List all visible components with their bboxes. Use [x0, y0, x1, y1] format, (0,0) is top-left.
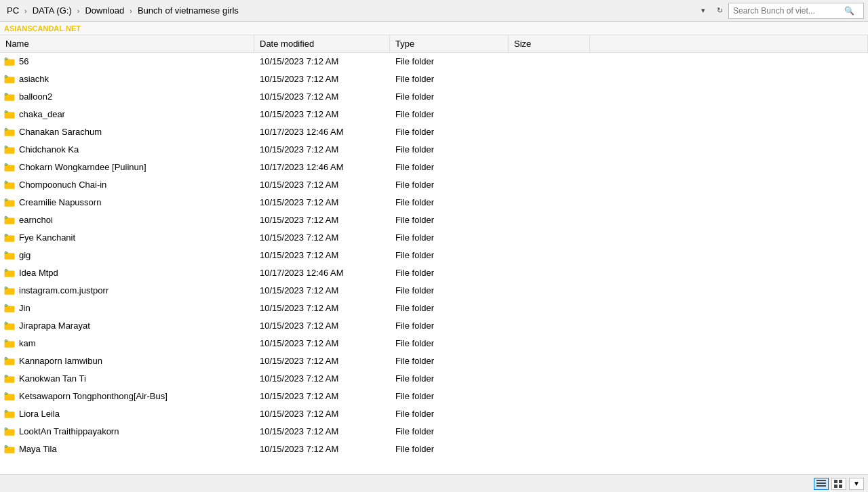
col-header-date[interactable]: Date modified: [254, 35, 390, 52]
large-icons-view-icon: [834, 480, 844, 488]
file-type: File folder: [390, 56, 509, 66]
table-row[interactable]: Idea Mtpd 10/17/2023 12:46 AM File folde…: [0, 264, 868, 282]
folder-icon: [4, 356, 15, 367]
svg-rect-27: [839, 480, 842, 483]
file-name: chaka_dear: [19, 109, 65, 119]
view-details-btn[interactable]: [814, 478, 829, 490]
file-type: File folder: [390, 303, 509, 313]
table-row[interactable]: balloon2 10/15/2023 7:12 AM File folder: [0, 88, 868, 106]
file-name-cell: Chokarn Wongkarndee [Puiinun]: [0, 162, 254, 173]
file-date: 10/15/2023 7:12 AM: [254, 74, 390, 84]
file-name: Fye Kanchanit: [19, 232, 75, 243]
file-date: 10/15/2023 7:12 AM: [254, 391, 390, 401]
file-name: asiachk: [19, 74, 49, 84]
file-name-cell: asiachk: [0, 74, 254, 85]
file-type: File folder: [390, 180, 509, 190]
file-date: 10/15/2023 7:12 AM: [254, 109, 390, 119]
file-name: Maya Tila: [19, 444, 57, 454]
svg-rect-29: [839, 485, 842, 488]
view-large-btn[interactable]: [831, 478, 846, 490]
file-name: Idea Mtpd: [19, 268, 58, 278]
file-list: 56 10/15/2023 7:12 AM File folder asiach…: [0, 53, 868, 474]
logo-text-net: NET: [66, 24, 81, 33]
table-row[interactable]: Maya Tila 10/15/2023 7:12 AM File folder: [0, 440, 868, 458]
table-row[interactable]: Kanokwan Tan Ti 10/15/2023 7:12 AM File …: [0, 370, 868, 388]
file-name-cell: Creamilie Napussorn: [0, 197, 254, 208]
table-row[interactable]: Jin 10/15/2023 7:12 AM File folder: [0, 300, 868, 317]
folder-icon: [4, 215, 15, 226]
table-row[interactable]: Chompoonuch Chai-in 10/15/2023 7:12 AM F…: [0, 176, 868, 194]
search-box[interactable]: 🔍: [728, 3, 864, 19]
table-row[interactable]: LooktAn Traithippayakorn 10/15/2023 7:12…: [0, 423, 868, 440]
file-date: 10/15/2023 7:12 AM: [254, 338, 390, 348]
nav-refresh-btn[interactable]: ↻: [712, 3, 727, 18]
table-row[interactable]: Chanakan Sarachum 10/17/2023 12:46 AM Fi…: [0, 123, 868, 141]
table-row[interactable]: asiachk 10/15/2023 7:12 AM File folder: [0, 70, 868, 88]
title-bar: PC › DATA (G:) › Download › Bunch of vie…: [0, 0, 868, 22]
table-row[interactable]: Jiraprapa Marayat 10/15/2023 7:12 AM Fil…: [0, 317, 868, 335]
folder-icon: [4, 109, 15, 120]
folder-icon: [4, 426, 15, 437]
col-header-name[interactable]: Name: [0, 35, 254, 52]
column-header-row: Name Date modified Type Size: [0, 35, 868, 53]
file-name: 56: [19, 56, 28, 66]
breadcrumb-data[interactable]: DATA (G:): [30, 4, 75, 17]
table-row[interactable]: chaka_dear 10/15/2023 7:12 AM File folde…: [0, 106, 868, 123]
file-name-cell: balloon2: [0, 91, 254, 102]
file-type: File folder: [390, 356, 509, 366]
file-name-cell: Kannaporn Iamwibun: [0, 356, 254, 367]
file-type: File folder: [390, 144, 509, 155]
folder-icon: [4, 232, 15, 243]
logo-text-asian: ASIAN: [4, 24, 27, 33]
file-type: File folder: [390, 409, 509, 419]
file-date: 10/15/2023 7:12 AM: [254, 373, 390, 384]
file-name: Chidchanok Ka: [19, 144, 79, 155]
table-row[interactable]: 56 10/15/2023 7:12 AM File folder: [0, 53, 868, 70]
file-name-cell: earnchoi: [0, 215, 254, 226]
nav-dropdown-btn[interactable]: ▾: [696, 3, 711, 18]
svg-rect-26: [834, 480, 837, 483]
file-name: Liora Leila: [19, 409, 60, 419]
file-type: File folder: [390, 285, 509, 295]
table-row[interactable]: Chidchanok Ka 10/15/2023 7:12 AM File fo…: [0, 141, 868, 159]
table-row[interactable]: Liora Leila 10/15/2023 7:12 AM File fold…: [0, 405, 868, 423]
col-header-size[interactable]: Size: [509, 35, 590, 52]
logo-bar: ASIANSCANDAL.NET: [0, 22, 868, 35]
folder-icon: [4, 144, 15, 155]
file-name-cell: Jiraprapa Marayat: [0, 321, 254, 331]
table-row[interactable]: Ketsawaporn Tongphonthong[Air-Bus] 10/15…: [0, 388, 868, 405]
table-row[interactable]: kam 10/15/2023 7:12 AM File folder: [0, 335, 868, 352]
table-row[interactable]: Chokarn Wongkarndee [Puiinun] 10/17/2023…: [0, 159, 868, 176]
folder-icon: [4, 373, 15, 384]
table-row[interactable]: Creamilie Napussorn 10/15/2023 7:12 AM F…: [0, 194, 868, 211]
search-input[interactable]: [733, 6, 842, 16]
folder-icon: [4, 162, 15, 173]
file-date: 10/15/2023 7:12 AM: [254, 144, 390, 155]
svg-rect-25: [816, 485, 826, 487]
search-icon[interactable]: 🔍: [844, 6, 854, 16]
table-row[interactable]: earnchoi 10/15/2023 7:12 AM File folder: [0, 211, 868, 229]
file-type: File folder: [390, 127, 509, 137]
col-header-type[interactable]: Type: [390, 35, 509, 52]
table-row[interactable]: gig 10/15/2023 7:12 AM File folder: [0, 247, 868, 264]
view-expand-btn[interactable]: ▼: [849, 478, 864, 490]
folder-icon: [4, 250, 15, 261]
breadcrumb-pc[interactable]: PC: [4, 4, 22, 17]
table-row[interactable]: Fye Kanchanit 10/15/2023 7:12 AM File fo…: [0, 229, 868, 247]
file-name: earnchoi: [19, 215, 53, 225]
file-date: 10/15/2023 7:12 AM: [254, 409, 390, 419]
folder-icon: [4, 444, 15, 455]
file-type: File folder: [390, 338, 509, 348]
file-name: kam: [19, 338, 36, 348]
table-row[interactable]: Kannaporn Iamwibun 10/15/2023 7:12 AM Fi…: [0, 352, 868, 370]
breadcrumb-download[interactable]: Download: [82, 4, 127, 17]
file-name-cell: Kanokwan Tan Ti: [0, 373, 254, 384]
breadcrumb-sep-1: ›: [23, 7, 28, 15]
nav-controls: ▾ ↻ 🔍: [696, 3, 864, 19]
logo: ASIANSCANDAL.NET: [4, 24, 81, 33]
file-type: File folder: [390, 215, 509, 225]
file-date: 10/15/2023 7:12 AM: [254, 356, 390, 366]
table-row[interactable]: instagram.com.justporr 10/15/2023 7:12 A…: [0, 282, 868, 300]
file-date: 10/15/2023 7:12 AM: [254, 303, 390, 313]
file-name: balloon2: [19, 91, 52, 102]
